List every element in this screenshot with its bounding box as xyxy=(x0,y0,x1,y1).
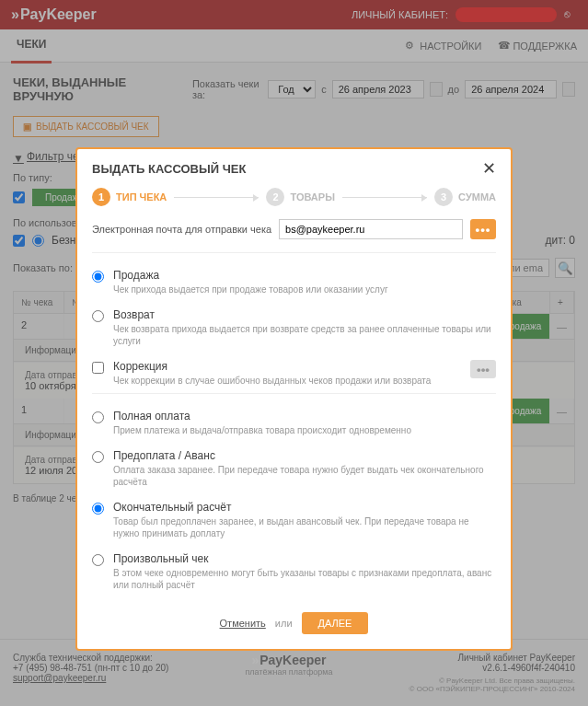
step-1[interactable]: 1ТИП ЧЕКА xyxy=(92,188,167,206)
radio-final[interactable] xyxy=(92,503,104,515)
email-label: Электронная почта для отправки чека xyxy=(92,224,271,235)
option-title: Произвольный чек xyxy=(113,552,496,565)
option-return[interactable]: ВозвратЧек возврата прихода выдается при… xyxy=(92,302,496,353)
correction-more-button[interactable]: ••• xyxy=(470,360,496,378)
option-correction[interactable]: КоррекцияЧек коррекции в случае ошибочно… xyxy=(92,353,496,393)
modal-title: ВЫДАТЬ КАССОВЫЙ ЧЕК xyxy=(92,162,246,176)
option-title: Предоплата / Аванс xyxy=(113,449,496,462)
step-3[interactable]: 3СУММА xyxy=(434,188,496,206)
option-desc: Чек прихода выдается при продаже товаров… xyxy=(113,284,388,295)
option-arbitrary[interactable]: Произвольный чекВ этом чеке одновременно… xyxy=(92,546,496,597)
radio-full[interactable] xyxy=(92,411,104,423)
option-desc: Чек возврата прихода выдается при возвра… xyxy=(113,323,496,347)
next-button[interactable]: ДАЛЕЕ xyxy=(302,612,369,634)
option-desc: Прием платежа и выдача/отправка товара п… xyxy=(113,424,411,436)
option-desc: В этом чеке одновременно могут быть указ… xyxy=(113,567,496,591)
radio-return[interactable] xyxy=(92,310,104,322)
close-icon[interactable]: ✕ xyxy=(482,160,496,177)
issue-receipt-modal: ВЫДАТЬ КАССОВЫЙ ЧЕК ✕ 1ТИП ЧЕКА 2ТОВАРЫ … xyxy=(75,147,513,651)
radio-sale[interactable] xyxy=(92,271,104,283)
payment-type-group: Полная оплатаПрием платежа и выдача/отпр… xyxy=(77,403,511,597)
cancel-button[interactable]: Отменить xyxy=(220,618,266,629)
option-title: Коррекция xyxy=(113,360,431,373)
radio-prepay[interactable] xyxy=(92,451,104,463)
option-full-payment[interactable]: Полная оплатаПрием платежа и выдача/отпр… xyxy=(92,403,496,443)
email-more-button[interactable]: ••• xyxy=(470,219,496,239)
option-prepayment[interactable]: Предоплата / АвансОплата заказа заранее.… xyxy=(92,443,496,494)
option-title: Полная оплата xyxy=(113,410,411,422)
option-sale[interactable]: ПродажаЧек прихода выдается при продаже … xyxy=(92,262,496,302)
step-arrow xyxy=(174,197,259,198)
option-title: Окончательный расчёт xyxy=(113,501,496,514)
option-desc: Оплата заказа заранее. При передаче това… xyxy=(113,464,496,488)
option-desc: Чек коррекции в случае ошибочно выданных… xyxy=(113,375,431,387)
or-text: или xyxy=(275,618,293,629)
option-title: Продажа xyxy=(113,269,388,282)
radio-arbitrary[interactable] xyxy=(92,554,104,566)
option-title: Возврат xyxy=(113,308,496,321)
step-2[interactable]: 2ТОВАРЫ xyxy=(266,188,334,206)
receipt-type-group: ПродажаЧек прихода выдается при продаже … xyxy=(77,262,511,393)
email-field[interactable] xyxy=(279,219,463,239)
checkbox-correction[interactable] xyxy=(92,362,104,374)
option-final-payment[interactable]: Окончательный расчётТовар был предоплаче… xyxy=(92,494,496,546)
modal-overlay: ВЫДАТЬ КАССОВЫЙ ЧЕК ✕ 1ТИП ЧЕКА 2ТОВАРЫ … xyxy=(0,0,588,706)
step-arrow xyxy=(342,197,427,198)
option-desc: Товар был предоплачен заранее, и выдан а… xyxy=(113,515,496,539)
